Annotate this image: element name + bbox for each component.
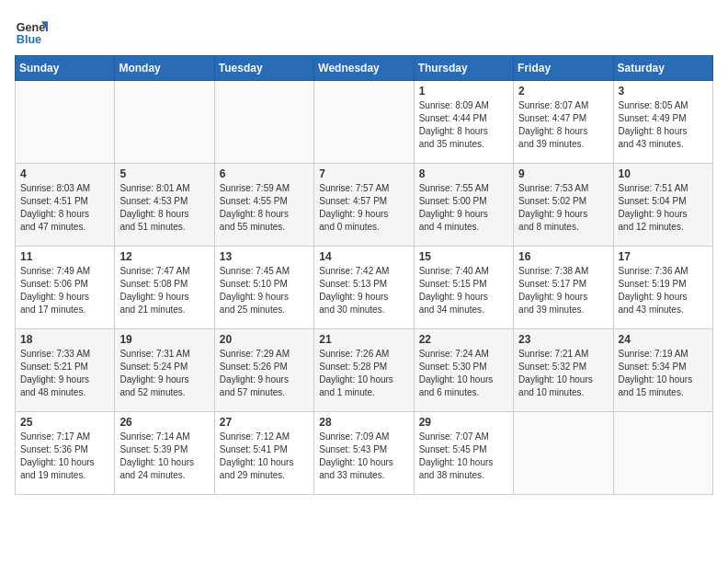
day-number: 21 bbox=[319, 333, 408, 346]
weekday-header: Thursday bbox=[414, 56, 513, 81]
day-number: 29 bbox=[419, 416, 508, 429]
weekday-header: Saturday bbox=[613, 56, 712, 81]
calendar-cell: 23Sunrise: 7:21 AM Sunset: 5:32 PM Dayli… bbox=[514, 329, 613, 412]
calendar-cell: 19Sunrise: 7:31 AM Sunset: 5:24 PM Dayli… bbox=[115, 329, 214, 412]
page-header: General Blue bbox=[15, 15, 713, 48]
weekday-header: Friday bbox=[514, 56, 613, 81]
day-info: Sunrise: 8:05 AM Sunset: 4:49 PM Dayligh… bbox=[619, 99, 708, 151]
day-info: Sunrise: 7:49 AM Sunset: 5:06 PM Dayligh… bbox=[20, 265, 109, 316]
day-number: 27 bbox=[220, 416, 309, 429]
day-number: 26 bbox=[119, 416, 209, 429]
day-number: 23 bbox=[518, 333, 608, 346]
calendar-cell: 11Sunrise: 7:49 AM Sunset: 5:06 PM Dayli… bbox=[16, 247, 115, 329]
calendar-cell: 22Sunrise: 7:24 AM Sunset: 5:30 PM Dayli… bbox=[414, 329, 513, 412]
calendar-cell: 14Sunrise: 7:42 AM Sunset: 5:13 PM Dayli… bbox=[314, 247, 414, 329]
calendar-cell: 27Sunrise: 7:12 AM Sunset: 5:41 PM Dayli… bbox=[214, 412, 313, 495]
calendar-cell: 6Sunrise: 7:59 AM Sunset: 4:55 PM Daylig… bbox=[214, 164, 313, 247]
day-number: 28 bbox=[319, 416, 408, 429]
day-info: Sunrise: 7:12 AM Sunset: 5:41 PM Dayligh… bbox=[220, 431, 309, 482]
calendar-cell bbox=[314, 81, 414, 164]
weekday-header: Sunday bbox=[16, 56, 115, 81]
day-info: Sunrise: 7:51 AM Sunset: 5:04 PM Dayligh… bbox=[619, 182, 708, 234]
calendar-cell: 12Sunrise: 7:47 AM Sunset: 5:08 PM Dayli… bbox=[115, 247, 214, 329]
calendar-cell: 3Sunrise: 8:05 AM Sunset: 4:49 PM Daylig… bbox=[613, 81, 712, 164]
calendar-cell: 5Sunrise: 8:01 AM Sunset: 4:53 PM Daylig… bbox=[115, 164, 214, 247]
logo: General Blue bbox=[15, 15, 48, 48]
calendar-cell bbox=[16, 81, 115, 164]
day-number: 6 bbox=[220, 167, 309, 180]
day-info: Sunrise: 7:33 AM Sunset: 5:21 PM Dayligh… bbox=[20, 348, 109, 399]
day-number: 10 bbox=[619, 167, 708, 180]
calendar-cell: 25Sunrise: 7:17 AM Sunset: 5:36 PM Dayli… bbox=[16, 412, 115, 495]
calendar-cell: 29Sunrise: 7:07 AM Sunset: 5:45 PM Dayli… bbox=[414, 412, 513, 495]
day-number: 16 bbox=[518, 250, 608, 263]
calendar-cell bbox=[514, 412, 613, 495]
day-number: 14 bbox=[319, 250, 408, 263]
day-number: 4 bbox=[20, 167, 109, 180]
day-number: 8 bbox=[419, 167, 508, 180]
day-number: 12 bbox=[119, 250, 209, 263]
day-number: 25 bbox=[20, 416, 109, 429]
calendar-cell bbox=[613, 412, 712, 495]
day-info: Sunrise: 7:40 AM Sunset: 5:15 PM Dayligh… bbox=[419, 265, 508, 316]
day-info: Sunrise: 8:01 AM Sunset: 4:53 PM Dayligh… bbox=[119, 182, 209, 234]
day-number: 19 bbox=[119, 333, 209, 346]
day-info: Sunrise: 7:09 AM Sunset: 5:43 PM Dayligh… bbox=[319, 431, 408, 482]
calendar-cell: 17Sunrise: 7:36 AM Sunset: 5:19 PM Dayli… bbox=[613, 247, 712, 329]
calendar-cell bbox=[115, 81, 214, 164]
calendar-cell: 1Sunrise: 8:09 AM Sunset: 4:44 PM Daylig… bbox=[414, 81, 513, 164]
day-info: Sunrise: 7:59 AM Sunset: 4:55 PM Dayligh… bbox=[220, 182, 309, 234]
calendar-cell: 4Sunrise: 8:03 AM Sunset: 4:51 PM Daylig… bbox=[16, 164, 115, 247]
day-info: Sunrise: 7:57 AM Sunset: 4:57 PM Dayligh… bbox=[319, 182, 408, 234]
weekday-header: Monday bbox=[115, 56, 214, 81]
day-info: Sunrise: 8:07 AM Sunset: 4:47 PM Dayligh… bbox=[518, 99, 608, 151]
calendar-cell bbox=[214, 81, 313, 164]
day-number: 22 bbox=[419, 333, 508, 346]
calendar-cell: 20Sunrise: 7:29 AM Sunset: 5:26 PM Dayli… bbox=[214, 329, 313, 412]
calendar-cell: 10Sunrise: 7:51 AM Sunset: 5:04 PM Dayli… bbox=[613, 164, 712, 247]
logo-icon: General Blue bbox=[15, 15, 48, 48]
day-info: Sunrise: 7:31 AM Sunset: 5:24 PM Dayligh… bbox=[119, 348, 209, 399]
day-number: 24 bbox=[619, 333, 708, 346]
calendar-cell: 16Sunrise: 7:38 AM Sunset: 5:17 PM Dayli… bbox=[514, 247, 613, 329]
calendar-cell: 21Sunrise: 7:26 AM Sunset: 5:28 PM Dayli… bbox=[314, 329, 414, 412]
day-info: Sunrise: 7:38 AM Sunset: 5:17 PM Dayligh… bbox=[518, 265, 608, 316]
day-info: Sunrise: 7:55 AM Sunset: 5:00 PM Dayligh… bbox=[419, 182, 508, 234]
day-info: Sunrise: 8:03 AM Sunset: 4:51 PM Dayligh… bbox=[20, 182, 109, 234]
calendar-table: SundayMondayTuesdayWednesdayThursdayFrid… bbox=[15, 55, 713, 495]
day-info: Sunrise: 7:29 AM Sunset: 5:26 PM Dayligh… bbox=[220, 348, 309, 399]
day-info: Sunrise: 7:47 AM Sunset: 5:08 PM Dayligh… bbox=[119, 265, 209, 316]
day-info: Sunrise: 7:26 AM Sunset: 5:28 PM Dayligh… bbox=[319, 348, 408, 399]
day-number: 11 bbox=[20, 250, 109, 263]
calendar-cell: 13Sunrise: 7:45 AM Sunset: 5:10 PM Dayli… bbox=[214, 247, 313, 329]
day-info: Sunrise: 7:21 AM Sunset: 5:32 PM Dayligh… bbox=[518, 348, 608, 399]
day-info: Sunrise: 7:19 AM Sunset: 5:34 PM Dayligh… bbox=[619, 348, 708, 399]
day-number: 18 bbox=[20, 333, 109, 346]
day-info: Sunrise: 8:09 AM Sunset: 4:44 PM Dayligh… bbox=[419, 99, 508, 151]
day-info: Sunrise: 7:53 AM Sunset: 5:02 PM Dayligh… bbox=[518, 182, 608, 234]
day-info: Sunrise: 7:14 AM Sunset: 5:39 PM Dayligh… bbox=[119, 431, 209, 482]
calendar-cell: 7Sunrise: 7:57 AM Sunset: 4:57 PM Daylig… bbox=[314, 164, 414, 247]
day-info: Sunrise: 7:42 AM Sunset: 5:13 PM Dayligh… bbox=[319, 265, 408, 316]
day-number: 20 bbox=[220, 333, 309, 346]
day-number: 9 bbox=[518, 167, 608, 180]
weekday-header: Tuesday bbox=[214, 56, 313, 81]
calendar-cell: 18Sunrise: 7:33 AM Sunset: 5:21 PM Dayli… bbox=[16, 329, 115, 412]
weekday-header: Wednesday bbox=[314, 56, 414, 81]
calendar-cell: 26Sunrise: 7:14 AM Sunset: 5:39 PM Dayli… bbox=[115, 412, 214, 495]
day-number: 2 bbox=[518, 85, 608, 98]
day-number: 5 bbox=[119, 167, 209, 180]
day-info: Sunrise: 7:36 AM Sunset: 5:19 PM Dayligh… bbox=[619, 265, 708, 316]
day-number: 7 bbox=[319, 167, 408, 180]
day-info: Sunrise: 7:07 AM Sunset: 5:45 PM Dayligh… bbox=[419, 431, 508, 482]
day-info: Sunrise: 7:17 AM Sunset: 5:36 PM Dayligh… bbox=[20, 431, 109, 482]
day-number: 13 bbox=[220, 250, 309, 263]
calendar-cell: 15Sunrise: 7:40 AM Sunset: 5:15 PM Dayli… bbox=[414, 247, 513, 329]
day-number: 3 bbox=[619, 85, 708, 98]
calendar-cell: 8Sunrise: 7:55 AM Sunset: 5:00 PM Daylig… bbox=[414, 164, 513, 247]
day-info: Sunrise: 7:45 AM Sunset: 5:10 PM Dayligh… bbox=[220, 265, 309, 316]
calendar-cell: 2Sunrise: 8:07 AM Sunset: 4:47 PM Daylig… bbox=[514, 81, 613, 164]
calendar-cell: 24Sunrise: 7:19 AM Sunset: 5:34 PM Dayli… bbox=[613, 329, 712, 412]
day-number: 15 bbox=[419, 250, 508, 263]
day-number: 17 bbox=[619, 250, 708, 263]
